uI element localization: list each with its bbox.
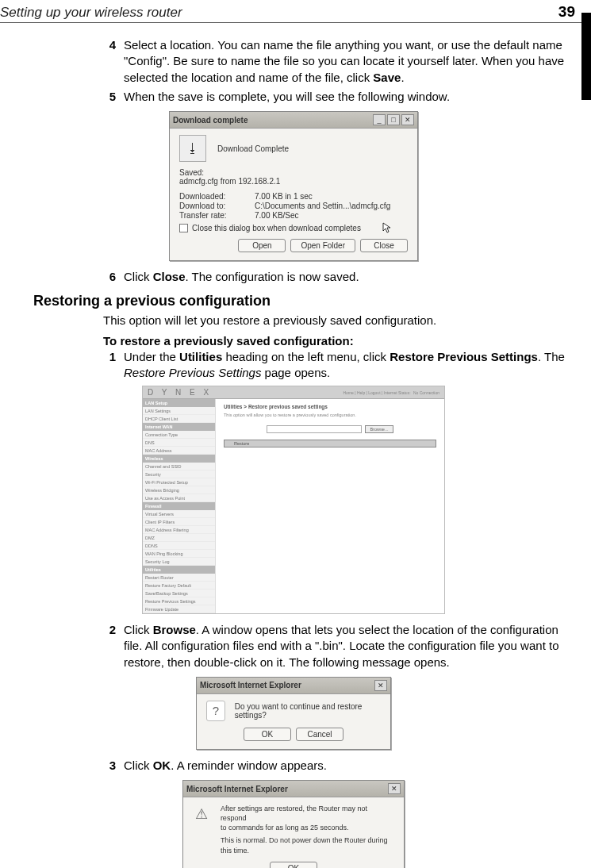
step-6-list: 6 Click Close. The configuration is now …: [103, 269, 571, 285]
dialog-title: Download complete: [173, 116, 248, 125]
nav-item[interactable]: WAN Ping Blocking: [143, 550, 215, 558]
bold-ok: OK: [153, 759, 171, 772]
kv-row: Download to:C:\Documents and Settin...\a…: [179, 202, 408, 210]
download-complete-dialog: Download complete _ □ ✕ ⭳ Download Compl…: [169, 111, 418, 261]
cursor-icon: [382, 222, 392, 233]
nav-item[interactable]: MAC Address: [143, 447, 215, 455]
close-window-button[interactable]: ✕: [401, 114, 414, 125]
nav-item[interactable]: Use as Access Point: [143, 494, 215, 502]
main-panel: Utilities > Restore previous saved setti…: [216, 399, 444, 613]
step-number: 4: [103, 37, 116, 86]
panel-description: This option will allow you to restore a …: [224, 413, 436, 417]
close-button[interactable]: Close: [360, 239, 408, 252]
close-on-complete-checkbox[interactable]: [179, 224, 188, 232]
checkbox-row: Close this dialog box when download comp…: [179, 224, 408, 232]
router-admin-screenshot: D Y N E X Home | Help | Logout | Interne…: [142, 386, 445, 614]
text-fragment: to commands for as long as 25 seconds.: [221, 823, 394, 832]
download-icon: ⭳: [179, 135, 206, 162]
open-button[interactable]: Open: [238, 239, 286, 252]
text-fragment: This is normal. Do not power down the Ro…: [221, 835, 394, 855]
close-window-button[interactable]: ✕: [374, 680, 387, 691]
ie-confirm-dialog: Microsoft Internet Explorer ✕ ? Do you w…: [196, 677, 391, 750]
restore-step-2: 2 Click Browse. A window opens that lets…: [103, 622, 571, 670]
browse-button[interactable]: Browse...: [365, 425, 394, 433]
kv-row: Downloaded:7.00 KB in 1 sec: [179, 192, 408, 201]
nav-item[interactable]: LAN Settings: [143, 407, 215, 415]
nav-item[interactable]: Channel and SSID: [143, 463, 215, 470]
step-4: 4 Select a location. You can name the fi…: [103, 37, 571, 86]
nav-item[interactable]: Wi-Fi Protected Setup: [143, 478, 215, 486]
kv-row: Transfer rate:7.00 KB/Sec: [179, 211, 408, 220]
text-fragment: Select a location. You can name the file…: [124, 38, 564, 84]
steps-before-dialog: 4 Select a location. You can name the fi…: [103, 37, 571, 105]
step-6: 6 Click Close. The configuration is now …: [103, 269, 571, 285]
nav-item[interactable]: Wireless Bridging: [143, 486, 215, 494]
nav-item[interactable]: Save/Backup Settings: [143, 590, 215, 597]
ok-button[interactable]: OK: [244, 728, 291, 741]
ie-warning-dialog: Microsoft Internet Explorer ✕ ⚠ After se…: [182, 780, 405, 868]
nav-item[interactable]: Security: [143, 470, 215, 478]
nav-section-head: Wireless: [143, 455, 215, 463]
text-fragment: . The: [538, 350, 565, 363]
dialog-buttons: OK Cancel: [206, 728, 381, 741]
restore-button[interactable]: Restore: [224, 440, 436, 447]
bold-close: Close: [153, 270, 186, 283]
text-fragment: Click: [124, 270, 153, 283]
nav-item[interactable]: DNS: [143, 439, 215, 447]
kv-key: Transfer rate:: [179, 211, 255, 220]
nav-item[interactable]: Security Log: [143, 558, 215, 566]
close-window-button[interactable]: ✕: [388, 783, 401, 794]
nav-item[interactable]: Firmware Update: [143, 605, 215, 613]
router-body: LAN SetupLAN SettingsDHCP Client ListInt…: [143, 399, 444, 613]
nav-section-head: Firewall: [143, 502, 215, 510]
warning-icon: ⚠: [193, 804, 211, 824]
dialog-body: ⭳ Download Complete Saved: admcfg.cfg fr…: [170, 129, 417, 260]
open-folder-button[interactable]: Open Folder: [290, 239, 355, 252]
kv-key: Download to:: [179, 202, 255, 210]
dialog-title: Microsoft Internet Explorer: [186, 785, 288, 793]
saved-value: admcfg.cfg from 192.168.2.1: [179, 177, 408, 186]
file-path-input[interactable]: [267, 425, 362, 433]
bold-restore-prev: Restore Previous Settings: [390, 350, 538, 363]
step-text: Under the Utilities heading on the left …: [124, 349, 571, 382]
nav-item[interactable]: MAC Address Filtering: [143, 526, 215, 534]
bold-save: Save: [373, 71, 401, 84]
text-fragment: heading on the left menu, click: [222, 350, 390, 363]
kv-val: C:\Documents and Settin...\admcfg.cfg: [255, 202, 390, 210]
italic-page-name: Restore Previous Settings: [124, 366, 261, 379]
nav-item[interactable]: Restart Router: [143, 574, 215, 582]
dialog-body: ? Do you want to continue and restore se…: [197, 694, 390, 749]
dialog-body: ⚠ After settings are restored, the Route…: [183, 797, 404, 868]
nav-item[interactable]: DMZ: [143, 534, 215, 542]
dialog-top-row: ⭳ Download Complete: [179, 135, 408, 162]
kv-key: Downloaded:: [179, 192, 255, 201]
nav-item[interactable]: Restore Previous Settings: [143, 597, 215, 605]
nav-section-head: Utilities: [143, 566, 215, 574]
nav-item[interactable]: DDNS: [143, 542, 215, 550]
step-number: 3: [103, 758, 116, 774]
step-number: 2: [103, 622, 116, 670]
text-fragment: . A reminder window appears.: [171, 759, 327, 772]
nav-item[interactable]: Virtual Servers: [143, 510, 215, 518]
nav-item[interactable]: DHCP Client List: [143, 415, 215, 423]
nav-item[interactable]: Client IP Filters: [143, 518, 215, 526]
bold-utilities: Utilities: [179, 350, 222, 363]
text-fragment: page opens.: [261, 366, 330, 379]
nav-item[interactable]: Restore Factory Default: [143, 582, 215, 590]
section-heading-restoring: Restoring a previous configuration: [33, 293, 571, 309]
ok-button[interactable]: OK: [270, 862, 317, 868]
file-row: Browse...: [224, 425, 436, 433]
brand-logo: D Y N E X: [148, 388, 212, 397]
status-link[interactable]: No Connection: [413, 390, 439, 395]
maximize-button[interactable]: □: [387, 114, 400, 125]
kv-val: 7.00 KB/Sec: [255, 211, 299, 220]
restore-steps-3: 3 Click OK. A reminder window appears.: [103, 758, 571, 774]
confirm-message: Do you want to continue and restore sett…: [235, 702, 381, 720]
dialog-buttons: OK: [193, 862, 394, 868]
nav-item[interactable]: Connection Type: [143, 431, 215, 439]
restore-steps: 1 Under the Utilities heading on the lef…: [103, 349, 571, 382]
cancel-button[interactable]: Cancel: [296, 728, 343, 741]
minimize-button[interactable]: _: [373, 114, 386, 125]
running-head: Setting up your wireless router: [0, 5, 182, 21]
step-number: 5: [103, 89, 116, 105]
